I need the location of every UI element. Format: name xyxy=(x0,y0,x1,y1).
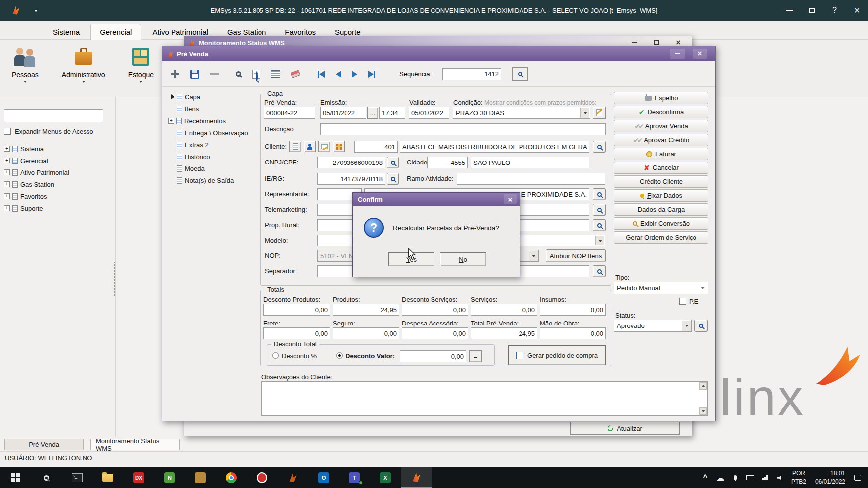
cliente-new-button[interactable] xyxy=(289,141,301,152)
sidebar-item-gas-station[interactable]: Gas Station xyxy=(4,178,96,190)
save-icon[interactable] xyxy=(190,70,199,79)
tree-item-recebimentos[interactable]: Recebimentos xyxy=(168,115,260,127)
atribuir-nop-itens-button[interactable]: Atribuir NOP Itens xyxy=(546,249,606,262)
sequencia-input[interactable] xyxy=(442,68,501,80)
cliente-code-input[interactable] xyxy=(354,141,398,153)
taskbar-gold-app-button[interactable] xyxy=(185,467,216,488)
ramo-input[interactable] xyxy=(457,173,605,185)
tree-item-moeda[interactable]: Moeda xyxy=(177,163,269,174)
desconfirma-button[interactable]: ✔Desconfirma xyxy=(614,106,708,118)
nav-first-icon[interactable] xyxy=(318,71,325,78)
sidebar-item-sistema[interactable]: Sistema xyxy=(4,143,96,155)
app-minimize-button[interactable] xyxy=(779,0,801,21)
desconto-valor-radio[interactable] xyxy=(336,352,343,359)
validade-date-input[interactable] xyxy=(409,107,449,119)
chevron-down-icon[interactable] xyxy=(529,251,538,261)
tab-pre-venda[interactable]: Pré Venda xyxy=(4,439,84,450)
tray-onedrive-icon[interactable]: ☁ xyxy=(713,467,728,488)
tray-language[interactable]: POR PTB2 xyxy=(787,469,810,486)
wms-atualizar-button[interactable]: Atualizar xyxy=(570,422,680,435)
dados-da-carga-button[interactable]: Dados da Carga xyxy=(614,203,708,216)
taskbar-dx-button[interactable]: DX xyxy=(123,467,154,488)
confirm-titlebar[interactable]: Confirm × xyxy=(353,193,520,206)
status-find-button[interactable] xyxy=(694,320,708,332)
cliente-edit-button[interactable] xyxy=(318,141,330,152)
pessoas-dropdown-icon[interactable] xyxy=(23,81,27,83)
administrativo-dropdown-icon[interactable] xyxy=(82,81,86,83)
prevenda-number-input[interactable] xyxy=(264,107,315,119)
emissao-time-input[interactable] xyxy=(379,107,405,119)
toolbar-item-pessoas[interactable]: Pessoas xyxy=(12,45,39,83)
nav-last-icon[interactable] xyxy=(368,71,375,78)
emissao-dots-button[interactable]: ... xyxy=(367,107,378,119)
desconto-servicos-input[interactable] xyxy=(402,304,468,316)
sidebar-item-suporte[interactable]: Suporte xyxy=(4,202,96,214)
tree-item-itens[interactable]: Itens xyxy=(177,103,269,115)
sidebar-item-gerencial[interactable]: Gerencial xyxy=(4,155,96,166)
add-icon[interactable] xyxy=(171,70,179,78)
tray-network-icon[interactable] xyxy=(758,467,773,488)
menu-item-sistema[interactable]: Sistema xyxy=(45,24,87,40)
taskbar-terminal-button[interactable]: ›_ xyxy=(62,467,92,488)
nav-next-icon[interactable] xyxy=(352,71,357,78)
sequencia-find-button[interactable] xyxy=(512,67,528,81)
descricao-input[interactable] xyxy=(320,123,606,135)
separador-find-button[interactable] xyxy=(593,265,606,277)
representante-find-button[interactable] xyxy=(593,188,606,200)
print-preview-icon[interactable] xyxy=(252,70,260,79)
tray-keyboard-icon[interactable] xyxy=(743,467,758,488)
cliente-package-button[interactable] xyxy=(333,141,345,152)
despesa-acessoria-input[interactable] xyxy=(402,327,468,339)
estoque-dropdown-icon[interactable] xyxy=(139,81,143,83)
pe-checkbox[interactable] xyxy=(679,298,686,305)
aprovar-venda-button[interactable]: ✔✔Aprovar Venda xyxy=(614,120,708,132)
tray-mic-icon[interactable] xyxy=(728,467,743,488)
cidade-name-input[interactable] xyxy=(471,157,589,168)
nav-prev-icon[interactable] xyxy=(336,71,341,78)
tray-chevron-icon[interactable]: ^ xyxy=(698,467,713,488)
expand-icon[interactable] xyxy=(4,205,10,211)
expand-menus-checkbox[interactable] xyxy=(4,128,11,135)
taskbar-chrome-button[interactable] xyxy=(216,467,247,488)
telemarketing-find-button[interactable] xyxy=(593,204,606,216)
taskbar-emsys-button[interactable] xyxy=(401,467,432,488)
cliente-name-input[interactable] xyxy=(400,141,589,153)
sidebar-item-favoritos[interactable]: Favoritos xyxy=(4,190,96,202)
condicao-combo[interactable]: PRAZO 30 DIAS xyxy=(453,107,590,119)
desconto-produtos-input[interactable] xyxy=(263,304,330,316)
no-button[interactable]: No xyxy=(440,252,486,266)
produtos-input[interactable] xyxy=(333,304,399,316)
taskbar-explorer-button[interactable] xyxy=(92,467,123,488)
grid-icon[interactable] xyxy=(271,70,280,78)
cidade-code-input[interactable] xyxy=(427,157,468,168)
desconto-pct-radio[interactable] xyxy=(272,352,279,359)
taskbar-editor-button[interactable]: N xyxy=(154,467,185,488)
sidebar-splitter[interactable] xyxy=(114,262,115,296)
expand-icon[interactable] xyxy=(4,146,10,152)
tab-monitoramento-status-wms[interactable]: Monitoramento Status WMS xyxy=(90,439,180,450)
app-maximize-button[interactable] xyxy=(801,0,823,21)
prevenda-close-button[interactable]: × xyxy=(693,49,707,59)
tree-item-historico[interactable]: Histórico xyxy=(177,151,269,163)
expand-icon[interactable] xyxy=(4,181,10,187)
tray-volume-icon[interactable] xyxy=(773,467,787,488)
prevenda-titlebar[interactable]: Pré Venda × xyxy=(162,46,715,61)
chevron-down-icon[interactable] xyxy=(682,321,691,331)
chevron-down-icon[interactable] xyxy=(698,283,707,293)
tree-item-capa[interactable]: Capa xyxy=(171,91,263,103)
servicos-input[interactable] xyxy=(471,304,537,316)
tree-item-notas-saida[interactable]: Nota(s) de Saída xyxy=(177,174,269,186)
eraser-icon[interactable] xyxy=(291,70,301,78)
observacoes-textarea[interactable] xyxy=(261,381,708,416)
credito-cliente-button[interactable]: Crédito Cliente xyxy=(614,175,708,188)
search-icon[interactable] xyxy=(236,71,241,77)
tipo-combo[interactable]: Pedido Manual xyxy=(614,282,708,294)
cnpj-find-button[interactable] xyxy=(387,157,399,168)
cliente-transfer-button[interactable] xyxy=(304,141,316,152)
fixar-dados-button[interactable]: Fixar Dados xyxy=(614,189,708,202)
desconto-valor-input[interactable] xyxy=(400,350,466,362)
desconto-equals-button[interactable]: = xyxy=(469,350,482,362)
condicao-edit-button[interactable] xyxy=(593,107,606,119)
confirm-close-button[interactable]: × xyxy=(504,194,517,204)
app-help-button[interactable]: ? xyxy=(823,0,846,21)
